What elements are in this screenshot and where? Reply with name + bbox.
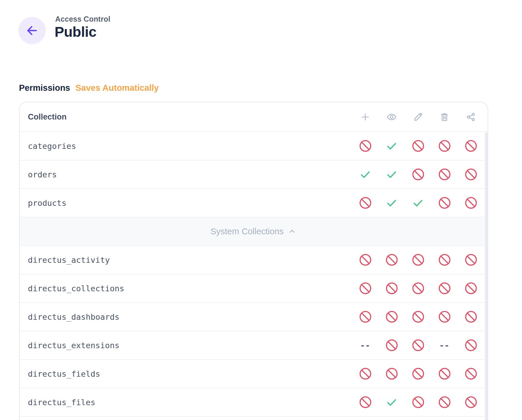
permission-share-toggle[interactable]	[458, 310, 484, 324]
table-row[interactable]: directus_extensions----	[20, 331, 488, 360]
permission-update-toggle[interactable]	[405, 281, 431, 295]
permission-create-toggle[interactable]	[352, 367, 378, 381]
pencil-icon	[413, 112, 423, 122]
block-icon	[411, 338, 425, 352]
block-icon	[464, 367, 478, 381]
permission-delete-toggle[interactable]	[431, 139, 458, 153]
block-icon	[438, 367, 451, 381]
table-row[interactable]: directus_fields	[20, 360, 488, 388]
block-icon	[438, 281, 451, 295]
chevron-up-icon	[288, 227, 297, 236]
block-icon	[411, 168, 425, 181]
scrollbar[interactable]	[485, 133, 488, 420]
permission-delete-toggle[interactable]: --	[431, 338, 458, 352]
column-header-read	[378, 112, 405, 122]
permission-delete-toggle[interactable]	[431, 281, 458, 295]
block-icon	[464, 253, 478, 267]
table-row[interactable]: directus_dashboards	[20, 303, 488, 331]
permission-update-toggle[interactable]	[405, 139, 431, 153]
block-icon	[464, 338, 478, 352]
block-icon	[464, 281, 478, 295]
permission-read-toggle[interactable]	[378, 310, 405, 324]
block-icon	[359, 196, 372, 210]
block-icon	[438, 196, 451, 210]
permission-read-toggle[interactable]	[378, 281, 405, 295]
permission-update-toggle[interactable]	[405, 253, 431, 267]
system-collections-toggle[interactable]: System Collections	[20, 217, 488, 246]
block-icon	[385, 367, 399, 381]
table-body: categoriesordersproducts System Collecti…	[20, 132, 488, 420]
permission-share-toggle[interactable]	[458, 139, 484, 153]
block-icon	[438, 139, 451, 153]
permission-update-toggle[interactable]	[405, 310, 431, 324]
collection-name: directus_collections	[28, 284, 124, 293]
table-row[interactable]: directus_files	[20, 388, 488, 417]
permission-read-toggle[interactable]	[378, 139, 405, 153]
block-icon	[359, 395, 372, 409]
column-header-share	[458, 112, 484, 122]
table-row[interactable]: products	[20, 189, 488, 217]
permission-create-toggle[interactable]	[352, 139, 378, 153]
block-icon	[411, 367, 425, 381]
permission-read-toggle[interactable]	[378, 338, 405, 352]
check-icon	[412, 197, 424, 209]
permission-delete-toggle[interactable]	[431, 253, 458, 267]
permission-share-toggle[interactable]	[458, 253, 484, 267]
permission-delete-toggle[interactable]	[431, 196, 458, 210]
permission-update-toggle[interactable]	[405, 196, 431, 210]
back-button[interactable]	[18, 17, 46, 44]
table-row[interactable]: orders	[20, 160, 488, 189]
system-collections-label: System Collections	[211, 227, 284, 236]
action-column-headers	[352, 112, 484, 122]
permission-create-toggle[interactable]	[352, 310, 378, 324]
table-row[interactable]: directus_activity	[20, 246, 488, 274]
permission-read-toggle[interactable]	[378, 367, 405, 381]
permission-read-toggle[interactable]	[378, 253, 405, 267]
permission-share-toggle[interactable]	[458, 338, 484, 352]
permission-create-toggle[interactable]	[352, 196, 378, 210]
block-icon	[411, 281, 425, 295]
collection-name: orders	[28, 170, 57, 179]
none-indicator: --	[360, 341, 370, 350]
table-row[interactable]: directus_collections	[20, 274, 488, 303]
permission-share-toggle[interactable]	[458, 196, 484, 210]
permission-create-toggle[interactable]: --	[352, 338, 378, 352]
permission-update-toggle[interactable]	[405, 338, 431, 352]
permissions-label: Permissions	[19, 83, 70, 93]
permission-create-toggle[interactable]	[352, 168, 378, 181]
permission-create-toggle[interactable]	[352, 253, 378, 267]
permission-delete-toggle[interactable]	[431, 168, 458, 181]
permission-delete-toggle[interactable]	[431, 395, 458, 409]
none-indicator: --	[439, 341, 450, 350]
permission-create-toggle[interactable]	[352, 281, 378, 295]
permission-update-toggle[interactable]	[405, 367, 431, 381]
permission-update-toggle[interactable]	[405, 395, 431, 409]
collection-name: directus_extensions	[28, 341, 120, 350]
permissions-table: Collection categoriesordersproducts Syst…	[19, 102, 488, 420]
permission-delete-toggle[interactable]	[431, 310, 458, 324]
check-icon	[386, 197, 398, 209]
block-icon	[464, 139, 478, 153]
permission-share-toggle[interactable]	[458, 367, 484, 381]
table-row[interactable]: categories	[20, 132, 488, 160]
breadcrumb: Access Control	[55, 15, 110, 23]
autosave-status: Saves Automatically	[75, 83, 159, 93]
permission-read-toggle[interactable]	[378, 395, 405, 409]
permission-create-toggle[interactable]	[352, 395, 378, 409]
permission-read-toggle[interactable]	[378, 168, 405, 181]
block-icon	[385, 281, 399, 295]
permission-share-toggle[interactable]	[458, 168, 484, 181]
permission-read-toggle[interactable]	[378, 196, 405, 210]
block-icon	[438, 168, 451, 181]
page-title: Public	[55, 24, 96, 40]
block-icon	[411, 395, 425, 409]
collection-name: categories	[28, 141, 76, 151]
block-icon	[385, 310, 399, 324]
permission-delete-toggle[interactable]	[431, 367, 458, 381]
collection-column-header: Collection	[28, 112, 67, 122]
permission-share-toggle[interactable]	[458, 395, 484, 409]
block-icon	[385, 253, 399, 267]
permission-update-toggle[interactable]	[405, 168, 431, 181]
permission-share-toggle[interactable]	[458, 281, 484, 295]
block-icon	[359, 367, 372, 381]
